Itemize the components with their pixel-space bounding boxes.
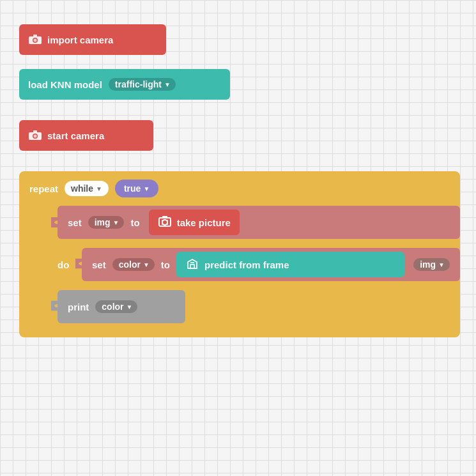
to-label-2: to (161, 259, 170, 270)
repeat-body: set img ▼ to (58, 206, 460, 323)
svg-point-2 (34, 38, 37, 42)
puzzle-notch-left (51, 217, 58, 227)
while-pill[interactable]: while ▼ (65, 181, 109, 196)
traffic-light-pill[interactable]: traffic-light ▼ (109, 78, 176, 91)
predict-block[interactable]: predict from frame (176, 252, 404, 277)
img-pill-2[interactable]: img ▼ (413, 258, 450, 271)
import-camera-block[interactable]: import camera (19, 24, 166, 55)
load-knn-block[interactable]: load KNN model traffic-light ▼ (19, 69, 230, 100)
img-chevron-icon: ▼ (113, 219, 119, 226)
import-camera-label: import camera (47, 35, 113, 45)
chevron-down-icon: ▼ (164, 81, 171, 88)
svg-rect-3 (33, 35, 37, 37)
take-picture-block[interactable]: take picture (149, 210, 240, 235)
svg-point-6 (34, 134, 37, 137)
repeat-container: repeat while ▼ true ▼ set img ▼ (19, 171, 460, 337)
start-camera-block[interactable]: start camera (19, 120, 153, 151)
repeat-header: repeat while ▼ true ▼ (19, 171, 460, 206)
camera-icon-2 (28, 129, 42, 142)
true-pill[interactable]: true ▼ (115, 180, 158, 197)
do-label: do (58, 259, 75, 270)
puzzle-notch-left-3 (51, 301, 58, 313)
img2-chevron-icon: ▼ (438, 261, 445, 268)
set-color-block[interactable]: set color ▼ to (82, 248, 460, 281)
print-label: print (68, 302, 89, 312)
repeat-label: repeat (29, 183, 58, 194)
print-block[interactable]: print color ▼ (58, 290, 185, 323)
start-camera-label: start camera (47, 130, 104, 141)
svg-point-9 (162, 220, 167, 225)
true-chevron-icon: ▼ (143, 185, 150, 192)
take-picture-icon (158, 215, 172, 231)
predict-icon (185, 257, 199, 273)
while-chevron-icon: ▼ (96, 185, 102, 192)
set-label-1: set (68, 217, 82, 228)
do-row: do set color ▼ to (58, 248, 460, 281)
camera-icon (28, 33, 42, 47)
set-img-block[interactable]: set img ▼ to (58, 206, 460, 239)
load-knn-label: load KNN model (28, 79, 102, 90)
color-chevron-icon: ▼ (143, 261, 150, 268)
set-label-2: set (92, 259, 106, 270)
color-pill[interactable]: color ▼ (112, 258, 155, 271)
print-color-chevron-icon: ▼ (127, 303, 133, 311)
puzzle-notch-left-2 (75, 259, 82, 271)
svg-rect-7 (33, 130, 37, 133)
to-label-1: to (130, 217, 139, 228)
img-pill-1[interactable]: img ▼ (88, 216, 125, 229)
print-color-pill[interactable]: color ▼ (95, 300, 137, 313)
